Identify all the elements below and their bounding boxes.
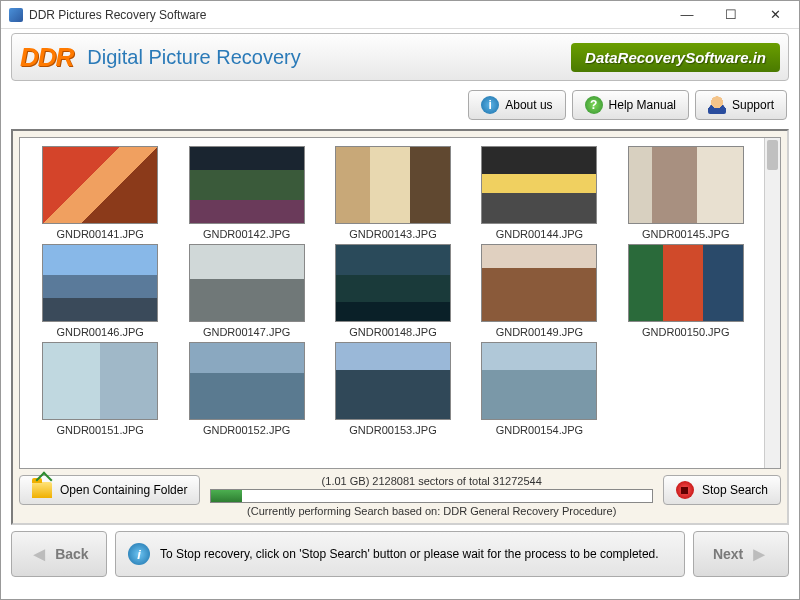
thumbnail-image: [335, 342, 451, 420]
thumbnail-label: GNDR00144.JPG: [496, 228, 583, 240]
thumbnail-item[interactable]: GNDR00150.JPG: [618, 244, 754, 338]
thumbnail-item[interactable]: GNDR00147.JPG: [178, 244, 314, 338]
thumbnail-label: GNDR00153.JPG: [349, 424, 436, 436]
progress-row: Open Containing Folder (1.01 GB) 2128081…: [19, 475, 781, 517]
open-folder-label: Open Containing Folder: [60, 483, 187, 497]
help-label: Help Manual: [609, 98, 676, 112]
thumbnail-label: GNDR00148.JPG: [349, 326, 436, 338]
stop-label: Stop Search: [702, 483, 768, 497]
hint-text: To Stop recovery, click on 'Stop Search'…: [160, 547, 659, 561]
thumbnail-label: GNDR00143.JPG: [349, 228, 436, 240]
thumbnail-label: GNDR00142.JPG: [203, 228, 290, 240]
thumbnail-item[interactable]: GNDR00142.JPG: [178, 146, 314, 240]
thumbnail-label: GNDR00147.JPG: [203, 326, 290, 338]
thumbnail-image: [189, 146, 305, 224]
thumbnail-image: [42, 146, 158, 224]
thumbnail-image: [481, 244, 597, 322]
thumbnail-label: GNDR00150.JPG: [642, 326, 729, 338]
thumbnail-image: [189, 342, 305, 420]
minimize-button[interactable]: —: [665, 2, 709, 28]
thumbnail-image: [189, 244, 305, 322]
thumbnail-item[interactable]: GNDR00151.JPG: [32, 342, 168, 436]
thumbnail-item[interactable]: GNDR00144.JPG: [471, 146, 607, 240]
thumbnail-image: [335, 146, 451, 224]
progress-note: (Currently performing Search based on: D…: [247, 505, 616, 517]
stop-icon: [676, 481, 694, 499]
thumbnail-item[interactable]: GNDR00152.JPG: [178, 342, 314, 436]
support-label: Support: [732, 98, 774, 112]
thumbnail-label: GNDR00149.JPG: [496, 326, 583, 338]
stop-search-button[interactable]: Stop Search: [663, 475, 781, 505]
hint-info-icon: i: [128, 543, 150, 565]
thumbnail-image: [335, 244, 451, 322]
thumbnail-item[interactable]: GNDR00145.JPG: [618, 146, 754, 240]
thumbnail-image: [42, 342, 158, 420]
thumbnail-label: GNDR00146.JPG: [56, 326, 143, 338]
thumbnail-label: GNDR00145.JPG: [642, 228, 729, 240]
progress-status: (1.01 GB) 2128081 sectors of total 31272…: [322, 475, 542, 487]
titlebar: DDR Pictures Recovery Software — ☐ ✕: [1, 1, 799, 29]
window-title: DDR Pictures Recovery Software: [29, 8, 665, 22]
folder-icon: [32, 482, 52, 498]
thumbnail-item[interactable]: GNDR00148.JPG: [325, 244, 461, 338]
close-button[interactable]: ✕: [753, 2, 797, 28]
thumbnail-area: GNDR00141.JPGGNDR00142.JPGGNDR00143.JPGG…: [19, 137, 781, 469]
back-button[interactable]: ◄ Back: [11, 531, 107, 577]
progress-fill: [211, 490, 242, 502]
hint-bar: i To Stop recovery, click on 'Stop Searc…: [115, 531, 685, 577]
about-label: About us: [505, 98, 552, 112]
thumbnail-item[interactable]: GNDR00146.JPG: [32, 244, 168, 338]
thumbnail-image: [481, 146, 597, 224]
header: DDR Digital Picture Recovery DataRecover…: [11, 33, 789, 81]
thumbnail-label: GNDR00152.JPG: [203, 424, 290, 436]
thumbnail-item[interactable]: GNDR00141.JPG: [32, 146, 168, 240]
open-folder-button[interactable]: Open Containing Folder: [19, 475, 200, 505]
thumbnail-item[interactable]: GNDR00149.JPG: [471, 244, 607, 338]
help-button[interactable]: ? Help Manual: [572, 90, 689, 120]
progress-center: (1.01 GB) 2128081 sectors of total 31272…: [210, 475, 653, 517]
logo: DDR: [20, 42, 73, 73]
next-label: Next: [713, 546, 743, 562]
thumbnail-image: [481, 342, 597, 420]
back-arrow-icon: ◄: [29, 543, 49, 566]
main-panel: GNDR00141.JPGGNDR00142.JPGGNDR00143.JPGG…: [11, 129, 789, 525]
info-icon: i: [481, 96, 499, 114]
thumbnail-label: GNDR00151.JPG: [56, 424, 143, 436]
footer: ◄ Back i To Stop recovery, click on 'Sto…: [11, 531, 789, 577]
next-button[interactable]: Next ►: [693, 531, 789, 577]
about-button[interactable]: i About us: [468, 90, 565, 120]
app-title: Digital Picture Recovery: [87, 46, 571, 69]
help-icon: ?: [585, 96, 603, 114]
brand-badge: DataRecoverySoftware.in: [571, 43, 780, 72]
next-arrow-icon: ►: [749, 543, 769, 566]
maximize-button[interactable]: ☐: [709, 2, 753, 28]
back-label: Back: [55, 546, 88, 562]
scrollbar-thumb[interactable]: [767, 140, 778, 170]
toolbar: i About us ? Help Manual Support: [11, 85, 789, 125]
app-icon: [9, 8, 23, 22]
scrollbar[interactable]: [764, 138, 780, 468]
thumbnail-item[interactable]: GNDR00153.JPG: [325, 342, 461, 436]
thumbnail-image: [628, 244, 744, 322]
support-button[interactable]: Support: [695, 90, 787, 120]
thumbnail-item[interactable]: GNDR00143.JPG: [325, 146, 461, 240]
thumbnail-image: [42, 244, 158, 322]
thumbnail-image: [628, 146, 744, 224]
thumbnail-item[interactable]: GNDR00154.JPG: [471, 342, 607, 436]
thumbnail-label: GNDR00154.JPG: [496, 424, 583, 436]
thumbnail-label: GNDR00141.JPG: [56, 228, 143, 240]
support-icon: [708, 96, 726, 114]
progress-bar: [210, 489, 653, 503]
